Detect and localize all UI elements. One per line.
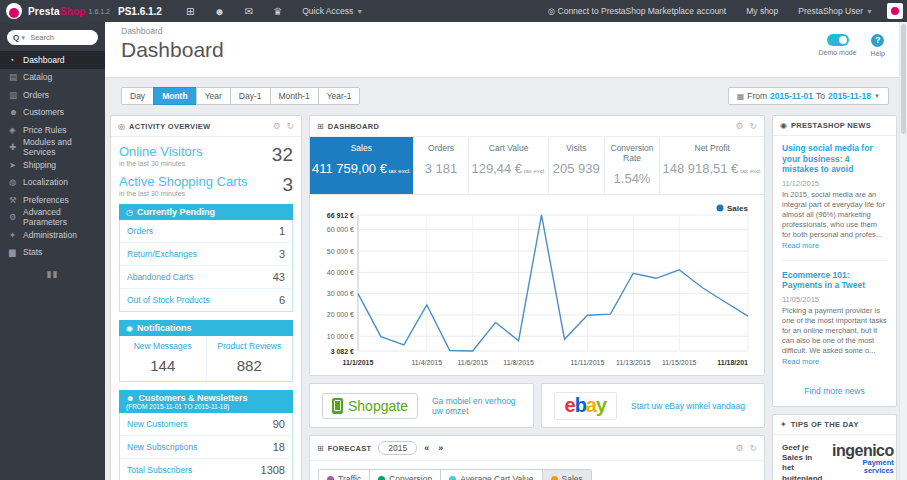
section-row: Out of Stock Products6 [120, 289, 292, 311]
svg-text:Sales: Sales [727, 204, 748, 213]
chevron-down-icon: ▼ [356, 8, 363, 15]
forecast-toggle-traffic[interactable]: Traffic [318, 469, 370, 480]
shopgate-ad[interactable]: Shopgate Ga mobiel en verhoog uw omzet [309, 383, 534, 428]
shop-name[interactable]: PS1.6.1.2 [118, 6, 162, 17]
page-title: Dashboard [121, 38, 224, 62]
lightbulb-icon: ✦ [780, 420, 787, 429]
svg-text:20 000 €: 20 000 € [327, 311, 354, 318]
refresh-icon[interactable]: ↻ [749, 121, 757, 131]
scrollbar-thumb[interactable] [901, 24, 906, 134]
gear-icon[interactable]: ⚙ [735, 443, 743, 453]
read-more-link[interactable]: Read more [782, 241, 819, 250]
range-button-year[interactable]: Year [196, 87, 231, 105]
row-link[interactable]: Total Subscribers [127, 465, 192, 475]
sidebar-item-administration[interactable]: ✦Administration [0, 226, 105, 244]
refresh-icon[interactable]: ↻ [286, 121, 294, 131]
sidebar-item-modules-and-services[interactable]: ✚Modules and Services [0, 139, 105, 157]
previous-year-button[interactable]: « [422, 443, 431, 453]
sidebar-nav: ◔Dashboard▤Catalog▥Orders☻Customers◈Pric… [0, 51, 105, 261]
sidebar-search[interactable]: Q ▼ [7, 30, 98, 45]
news-title-link[interactable]: Using social media for your business: 4 … [782, 143, 887, 175]
forecast-toggle-average-cart-value[interactable]: Average Cart Value [440, 469, 542, 480]
section-title: Currently Pending [137, 207, 215, 217]
toggle-label: Sales [562, 474, 583, 480]
marketplace-link[interactable]: ◎ Connect to PrestaShop Marketplace acco… [538, 6, 736, 16]
refresh-icon[interactable]: ↻ [749, 443, 757, 453]
quick-access-menu[interactable]: Quick Access▼ [292, 6, 373, 16]
stat-subtitle: in the last 30 minutes [119, 190, 248, 197]
col-link[interactable]: New Messages [124, 341, 202, 351]
row-value: 1 [279, 225, 285, 237]
kpi-tab-sales[interactable]: Sales411 759,00 € tax excl. [310, 137, 414, 194]
trophy-icon[interactable]: ♛ [263, 6, 292, 17]
row-link[interactable]: Out of Stock Products [127, 295, 210, 305]
svg-text:66 912 €: 66 912 € [327, 212, 354, 219]
row-link[interactable]: Abandoned Carts [127, 272, 193, 282]
page-scrollbar[interactable] [899, 22, 907, 480]
range-button-day[interactable]: Day [121, 87, 154, 105]
row-link[interactable]: New Subscriptions [127, 442, 197, 452]
stat-value: 32 [272, 144, 293, 167]
news-title-link[interactable]: Ecommerce 101: Payments in a Tweet [782, 270, 887, 291]
gear-icon[interactable]: ⚙ [272, 121, 280, 131]
row-value: 6 [279, 294, 285, 306]
range-button-month[interactable]: Month [153, 87, 197, 105]
read-more-link[interactable]: Read more [782, 357, 819, 366]
range-button-year-1[interactable]: Year-1 [318, 87, 361, 105]
chevron-down-icon[interactable]: ▼ [20, 35, 26, 41]
row-link[interactable]: Return/Exchanges [127, 249, 197, 259]
sidebar-item-label: Dashboard [23, 55, 65, 65]
row-link[interactable]: New Customers [127, 419, 187, 429]
search-input[interactable] [30, 33, 88, 42]
sidebar-item-label: Orders [23, 90, 49, 100]
series-color-dot [551, 476, 558, 480]
help-button[interactable]: ? Help [871, 34, 885, 77]
news-date: 11/05/2015 [782, 295, 887, 304]
ebay-link[interactable]: Start uw eBay winkel vandaag [631, 401, 745, 411]
cart-icon[interactable]: ⊞ [176, 6, 204, 17]
col-link[interactable]: Product Reviews [211, 341, 289, 351]
kpi-tab-visits[interactable]: Visits205 939 [549, 137, 605, 194]
user-menu[interactable]: PrestaShop User▼ [788, 6, 883, 16]
forecast-toggle-conversion[interactable]: Conversion [369, 469, 441, 480]
avatar[interactable] [887, 3, 903, 19]
row-link[interactable]: Orders [127, 226, 153, 236]
range-button-day-1[interactable]: Day-1 [230, 87, 271, 105]
next-year-button[interactable]: » [436, 443, 445, 453]
sidebar-item-preferences[interactable]: ⚒Preferences [0, 191, 105, 209]
range-button-month-1[interactable]: Month-1 [270, 87, 319, 105]
kpi-tab-conversion-rate[interactable]: Conversion Rate1.54% [605, 137, 661, 194]
date-range-picker[interactable]: ▦ From2015-11-01 To2015-11-18 ▼ [728, 87, 889, 105]
my-shop-link[interactable]: My shop [736, 6, 788, 16]
kpi-label: Orders [416, 143, 467, 153]
shopgate-link[interactable]: Ga mobiel en verhoog uw omzet [432, 396, 521, 416]
sidebar-item-advanced-parameters[interactable]: ⚙Advanced Parameters [0, 209, 105, 227]
sidebar-item-catalog[interactable]: ▤Catalog [0, 69, 105, 87]
gear-icon[interactable]: ⚙ [735, 121, 743, 131]
stat-label[interactable]: Online Visitors [119, 144, 203, 159]
kpi-tab-orders[interactable]: Orders3 181 [414, 137, 470, 194]
mail-icon[interactable]: ✉ [235, 6, 263, 17]
shipping-icon: ➤ [9, 160, 23, 170]
sidebar-collapse-button[interactable]: ▮▮ [0, 269, 105, 279]
help-icon[interactable]: ? [871, 34, 884, 47]
chevron-down-icon: ▼ [874, 93, 880, 99]
sidebar-item-customers[interactable]: ☻Customers [0, 104, 105, 122]
ebay-ad[interactable]: ebay Start uw eBay winkel vandaag [541, 383, 766, 428]
find-more-news-link[interactable]: Find more news [773, 380, 896, 406]
profile-icon[interactable]: ☻ [204, 6, 235, 17]
kpi-tab-net-profit[interactable]: Net Profit148 918,51 € tax excl. [660, 137, 764, 194]
demo-mode-toggle[interactable]: Demo mode [818, 34, 856, 77]
toggle-icon[interactable] [827, 34, 849, 46]
svg-text:11/18/201: 11/18/201 [717, 359, 748, 366]
sidebar-item-price-rules[interactable]: ◈Price Rules [0, 121, 105, 139]
stat-label[interactable]: Active Shopping Carts [119, 174, 248, 189]
forecast-toggle-sales[interactable]: Sales [542, 469, 592, 480]
kpi-tab-cart-value[interactable]: Cart Value129,44 € tax excl. [469, 137, 548, 194]
sidebar-item-shipping[interactable]: ➤Shipping [0, 156, 105, 174]
sidebar-item-localization[interactable]: ◍Localization [0, 174, 105, 192]
sidebar-item-dashboard[interactable]: ◔Dashboard [0, 51, 105, 69]
sidebar-item-stats[interactable]: ▆Stats [0, 244, 105, 262]
sidebar-item-orders[interactable]: ▥Orders [0, 86, 105, 104]
kpi-suffix: tax excl. [738, 168, 762, 174]
